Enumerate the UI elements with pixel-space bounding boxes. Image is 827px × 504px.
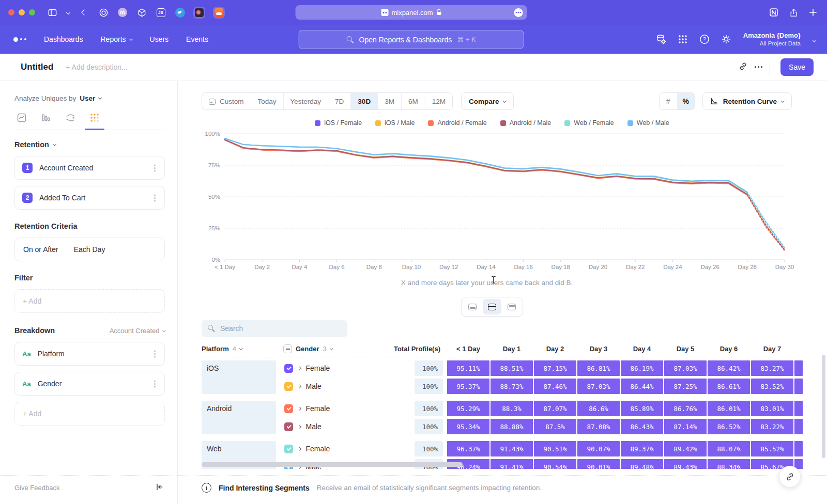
- table-only-view-button[interactable]: [502, 299, 521, 314]
- retention-value-cell[interactable]: 91.41%: [491, 459, 533, 469]
- retention-value-cell[interactable]: 87.46%: [534, 379, 576, 394]
- table-search-input[interactable]: Search: [202, 320, 347, 337]
- more-options-icon[interactable]: [758, 66, 760, 68]
- retention-value-cell[interactable]: 88.34%: [708, 459, 750, 469]
- chevron-down-icon[interactable]: [66, 7, 71, 18]
- criteria-each-day[interactable]: Each Day: [74, 245, 105, 254]
- retention-value-cell[interactable]: 95.34%: [447, 419, 489, 434]
- nav-item-events[interactable]: Events: [186, 35, 208, 43]
- report-title[interactable]: Untitled: [21, 62, 53, 72]
- retention-step-2[interactable]: 2Added To Cart: [14, 186, 165, 210]
- tab-retention[interactable]: [89, 113, 100, 123]
- data-management-icon[interactable]: [655, 34, 667, 45]
- tab-funnels[interactable]: [41, 113, 51, 123]
- day-column-header[interactable]: < 1 Day: [447, 345, 490, 353]
- screen-recorder-extension-icon[interactable]: [193, 7, 205, 19]
- kebab-menu-icon[interactable]: [154, 383, 156, 385]
- close-window-button[interactable]: [8, 9, 14, 15]
- retention-value-cell[interactable]: 88.07%: [708, 441, 750, 456]
- settings-gear-icon[interactable]: [721, 34, 732, 45]
- split-view-button[interactable]: [483, 299, 501, 314]
- address-bar[interactable]: mixpanel.com: [296, 5, 527, 20]
- platform-column-header[interactable]: Platform 4: [202, 345, 283, 353]
- select-all-checkbox[interactable]: [283, 344, 292, 353]
- day-column-header[interactable]: Day 2: [533, 345, 577, 353]
- time-range-today[interactable]: Today: [251, 93, 284, 109]
- retention-value-cell[interactable]: 85.52%: [751, 441, 793, 456]
- target-extension-icon[interactable]: [98, 7, 109, 18]
- add-description-field[interactable]: + Add description...: [66, 63, 738, 71]
- m-avatar-extension-icon[interactable]: m: [117, 7, 128, 18]
- nav-item-users[interactable]: Users: [150, 35, 169, 43]
- retention-value-cell[interactable]: 95.37%: [447, 379, 489, 394]
- retention-value-cell[interactable]: 83.52%: [751, 379, 793, 394]
- day-column-header[interactable]: Day 3: [577, 345, 620, 353]
- bird-extension-icon[interactable]: [174, 7, 186, 18]
- retention-criteria-selector[interactable]: On or After Each Day: [14, 238, 165, 261]
- legend-item[interactable]: Web / Female: [564, 119, 614, 127]
- day-column-header[interactable]: Day 6: [707, 345, 751, 353]
- series-checkbox[interactable]: [284, 445, 293, 453]
- time-range-3m[interactable]: 3M: [378, 93, 402, 109]
- add-filter-button[interactable]: + Add: [14, 289, 165, 313]
- retention-value-cell[interactable]: 88.3%: [491, 401, 533, 416]
- day-column-header[interactable]: Day 1: [490, 345, 533, 353]
- nav-item-dashboards[interactable]: Dashboards: [44, 35, 83, 43]
- retention-value-cell[interactable]: 86.61%: [708, 379, 750, 394]
- kebab-menu-icon[interactable]: [154, 167, 156, 169]
- gender-cell[interactable]: Male: [283, 419, 393, 434]
- retention-value-cell[interactable]: 87.03%: [664, 360, 707, 376]
- retention-value-cell[interactable]: 87.25%: [664, 379, 707, 394]
- day-column-header[interactable]: Day 5: [664, 345, 707, 353]
- address-bar-menu-icon[interactable]: [514, 8, 523, 17]
- retention-value-cell[interactable]: 95.29%: [447, 401, 489, 416]
- tab-insights[interactable]: [17, 113, 27, 123]
- tab-flows[interactable]: [65, 113, 75, 123]
- give-feedback-link[interactable]: Give Feedback: [14, 484, 59, 492]
- cube-extension-icon[interactable]: [136, 7, 147, 18]
- copy-link-icon[interactable]: [739, 62, 747, 73]
- expand-chevron-icon[interactable]: [298, 407, 301, 410]
- retention-value-cell[interactable]: 90.54%: [534, 459, 576, 469]
- js-extension-icon[interactable]: JS: [155, 7, 166, 18]
- retention-value-cell[interactable]: 83.22%: [751, 419, 793, 434]
- time-range-12m[interactable]: 12M: [425, 93, 452, 109]
- retention-value-cell[interactable]: 89.37%: [621, 441, 663, 456]
- retention-value-cell[interactable]: 86.76%: [664, 401, 707, 416]
- retention-step-1[interactable]: 1Account Created: [14, 156, 165, 180]
- kebab-menu-icon[interactable]: [154, 353, 156, 355]
- retention-curve-chart[interactable]: 0%25%50%75%100%< 1 DayDay 2Day 4Day 6Day…: [202, 131, 806, 274]
- retention-value-cell[interactable]: 87.03%: [577, 379, 620, 394]
- find-segments-link[interactable]: Find Interesting Segments: [219, 484, 310, 492]
- retention-value-cell[interactable]: 95.11%: [447, 360, 489, 376]
- unit-number-button[interactable]: #: [660, 93, 677, 109]
- legend-item[interactable]: Android / Female: [428, 119, 486, 127]
- collapse-sidebar-icon[interactable]: [155, 482, 164, 494]
- time-range-7d[interactable]: 7D: [328, 93, 351, 109]
- retention-value-cell[interactable]: 83.27%: [751, 360, 793, 376]
- soundcloud-extension-icon[interactable]: [213, 7, 225, 19]
- expand-chevron-icon[interactable]: [298, 385, 301, 388]
- time-range-30d[interactable]: 30D: [351, 93, 378, 109]
- gender-column-header[interactable]: Gender 3: [283, 344, 393, 353]
- criteria-on-or-after[interactable]: On or After: [23, 245, 58, 254]
- retention-value-cell[interactable]: 87.07%: [534, 401, 576, 416]
- analyze-uniques-selector[interactable]: Analyze Uniques by User: [14, 94, 165, 102]
- help-icon[interactable]: ?: [699, 34, 710, 45]
- total-profiles-header[interactable]: Total Profile(s): [393, 345, 447, 353]
- share-icon[interactable]: [788, 7, 799, 18]
- new-tab-icon[interactable]: [807, 7, 819, 18]
- retention-value-cell[interactable]: 87.5%: [534, 419, 576, 434]
- series-checkbox[interactable]: [284, 404, 293, 413]
- retention-value-cell[interactable]: 86.43%: [621, 419, 663, 434]
- legend-item[interactable]: Android / Male: [500, 119, 552, 127]
- gender-cell[interactable]: Female: [283, 360, 393, 376]
- day-column-header[interactable]: Day 4: [620, 345, 664, 353]
- retention-value-cell[interactable]: 83.01%: [751, 401, 793, 416]
- horizontal-scrollbar[interactable]: [202, 462, 463, 467]
- gender-cell[interactable]: Female: [283, 441, 393, 456]
- time-range-custom[interactable]: Custom: [202, 93, 251, 109]
- unit-percent-button[interactable]: %: [677, 93, 695, 109]
- chart-type-selector[interactable]: Retention Curve: [702, 92, 792, 110]
- save-button[interactable]: Save: [780, 58, 814, 76]
